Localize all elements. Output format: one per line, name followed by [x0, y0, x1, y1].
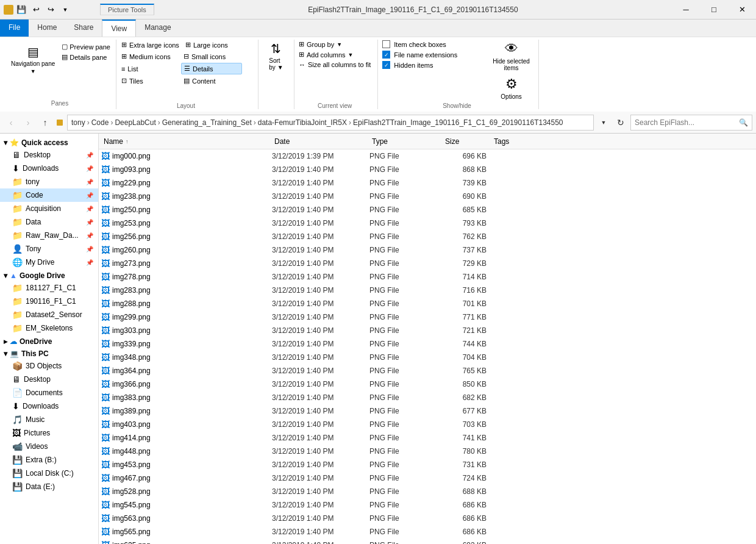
- sidebar-item-desktop-pc[interactable]: 🖥 Desktop: [0, 373, 98, 386]
- sidebar-item-rawrawda[interactable]: 📁 Raw_Raw_Da... 📌: [0, 229, 98, 242]
- sort-by-button[interactable]: ⇅ Sortby ▼: [261, 40, 291, 73]
- sidebar-item-documents[interactable]: 📄 Documents: [0, 386, 98, 399]
- table-row[interactable]: 🖼 img453.png 3/12/2019 1:40 PM PNG File …: [99, 458, 756, 471]
- breadcrumb-data[interactable]: data-FemurTibiaJoint_IR5X: [258, 118, 347, 127]
- table-row[interactable]: 🖼 img273.png 3/12/2019 1:40 PM PNG File …: [99, 257, 756, 270]
- tab-share[interactable]: Share: [65, 20, 102, 37]
- qat-save-btn[interactable]: 💾: [15, 3, 28, 16]
- large-icons-btn[interactable]: ⊞ Large icons: [183, 40, 244, 50]
- table-row[interactable]: 🖼 img565.png 3/12/2019 1:40 PM PNG File …: [99, 525, 756, 539]
- col-header-name[interactable]: Name ↑: [101, 137, 272, 146]
- table-row[interactable]: 🖼 img000.png 3/12/2019 1:39 PM PNG File …: [99, 149, 756, 163]
- breadcrumb-tony[interactable]: tony: [71, 118, 85, 127]
- table-row[interactable]: 🖼 img283.png 3/12/2019 1:40 PM PNG File …: [99, 284, 756, 297]
- breadcrumb-code[interactable]: Code: [91, 118, 109, 127]
- preview-pane-button[interactable]: ▢ Preview pane: [60, 42, 112, 51]
- item-check-boxes-toggle[interactable]: Item check boxes: [380, 40, 484, 49]
- details-btn[interactable]: ☰ Details: [181, 63, 242, 74]
- sidebar-google-drive-header[interactable]: ▾ ▲ Google Drive: [0, 269, 98, 281]
- qat-undo-btn[interactable]: ↩: [29, 3, 43, 16]
- sidebar-item-190116[interactable]: 📁 190116_F1_C1: [0, 295, 98, 308]
- sidebar-item-tony[interactable]: 📁 tony 📌: [0, 175, 98, 188]
- sidebar-item-emskeletons[interactable]: 📁 EM_Skeletons: [0, 321, 98, 335]
- table-row[interactable]: 🖼 img364.png 3/12/2019 1:40 PM PNG File …: [99, 364, 756, 378]
- sidebar-item-pictures[interactable]: 🖼 Pictures: [0, 426, 98, 440]
- small-icons-btn[interactable]: ⊟ Small icons: [181, 51, 242, 62]
- sidebar-quick-access-header[interactable]: ▾ ⭐ Quick access: [0, 136, 98, 148]
- refresh-button[interactable]: ↻: [613, 115, 628, 130]
- table-row[interactable]: 🖼 img303.png 3/12/2019 1:40 PM PNG File …: [99, 324, 756, 337]
- sidebar-item-localc[interactable]: 💾 Local Disk (C:): [0, 467, 98, 480]
- table-row[interactable]: 🖼 img625.png 3/12/2019 1:40 PM PNG File …: [99, 539, 756, 544]
- table-row[interactable]: 🖼 img339.png 3/12/2019 1:40 PM PNG File …: [99, 337, 756, 351]
- table-row[interactable]: 🖼 img238.png 3/12/2019 1:40 PM PNG File …: [99, 190, 756, 203]
- sidebar-item-mydrive[interactable]: 🌐 My Drive 📌: [0, 256, 98, 269]
- maximize-button[interactable]: □: [700, 0, 728, 20]
- breadcrumb-generating[interactable]: Generating_a_Training_Set: [162, 118, 252, 127]
- col-header-size[interactable]: Size: [443, 137, 491, 146]
- dropdown-path-button[interactable]: ▼: [596, 115, 611, 130]
- minimize-button[interactable]: ─: [672, 0, 700, 20]
- file-name-extensions-toggle[interactable]: ✓ File name extensions: [380, 50, 484, 59]
- tiles-btn[interactable]: ⊡ Tiles: [119, 76, 180, 86]
- tab-view[interactable]: View: [102, 20, 136, 37]
- hide-selected-items-button[interactable]: 👁 Hide selecteditems: [489, 40, 533, 73]
- file-name-extensions-checkbox[interactable]: ✓: [382, 51, 390, 59]
- extra-large-icons-btn[interactable]: ⊞ Extra large icons: [119, 40, 182, 50]
- sidebar-item-downloads-pc[interactable]: ⬇ Downloads: [0, 399, 98, 413]
- table-row[interactable]: 🖼 img299.png 3/12/2019 1:40 PM PNG File …: [99, 310, 756, 324]
- table-row[interactable]: 🖼 img563.png 3/12/2019 1:40 PM PNG File …: [99, 512, 756, 525]
- hidden-items-checkbox[interactable]: ✓: [382, 61, 390, 69]
- col-header-date[interactable]: Date: [272, 137, 369, 146]
- item-check-boxes-checkbox[interactable]: [382, 40, 390, 48]
- table-row[interactable]: 🖼 img448.png 3/12/2019 1:40 PM PNG File …: [99, 445, 756, 458]
- list-btn[interactable]: ≡ List: [119, 63, 180, 74]
- qat-dropdown-btn[interactable]: ▼: [59, 3, 72, 16]
- table-row[interactable]: 🖼 img383.png 3/12/2019 1:40 PM PNG File …: [99, 391, 756, 404]
- content-btn[interactable]: ▤ Content: [181, 76, 242, 86]
- hidden-items-toggle[interactable]: ✓ Hidden items: [380, 60, 484, 70]
- table-row[interactable]: 🖼 img348.png 3/12/2019 1:40 PM PNG File …: [99, 351, 756, 364]
- sidebar-item-3dobjects[interactable]: 📦 3D Objects: [0, 359, 98, 373]
- table-row[interactable]: 🖼 img545.png 3/12/2019 1:40 PM PNG File …: [99, 498, 756, 512]
- table-row[interactable]: 🖼 img467.png 3/12/2019 1:40 PM PNG File …: [99, 471, 756, 485]
- breadcrumb-epiflash[interactable]: EpiFlash2TTrain_Image_190116_F1_C1_69_20…: [353, 118, 563, 127]
- size-all-columns-button[interactable]: ↔ Size all columns to fit: [297, 60, 373, 69]
- table-row[interactable]: 🖼 img260.png 3/12/2019 1:40 PM PNG File …: [99, 243, 756, 257]
- sidebar-item-dataset2[interactable]: 📁 Dataset2_Sensor: [0, 308, 98, 321]
- table-row[interactable]: 🖼 img366.png 3/12/2019 1:40 PM PNG File …: [99, 378, 756, 391]
- sidebar-item-181127[interactable]: 📁 181127_F1_C1: [0, 281, 98, 295]
- sidebar-item-code[interactable]: 📁 Code 📌: [0, 188, 98, 202]
- sidebar-item-downloads[interactable]: ⬇ Downloads 📌: [0, 162, 98, 175]
- back-button[interactable]: ‹: [4, 115, 18, 130]
- table-row[interactable]: 🖼 img253.png 3/12/2019 1:40 PM PNG File …: [99, 217, 756, 230]
- breadcrumb-deeplabcut[interactable]: DeepLabCut: [115, 118, 155, 127]
- table-row[interactable]: 🖼 img528.png 3/12/2019 1:40 PM PNG File …: [99, 485, 756, 498]
- tab-manage[interactable]: Manage: [136, 20, 179, 37]
- search-input[interactable]: [635, 118, 736, 127]
- add-columns-button[interactable]: ⊞ Add columns ▼: [297, 50, 373, 59]
- up-button[interactable]: ↑: [38, 115, 52, 130]
- table-row[interactable]: 🖼 img389.png 3/12/2019 1:40 PM PNG File …: [99, 404, 756, 418]
- sidebar-item-data[interactable]: 📁 Data 📌: [0, 215, 98, 229]
- qat-redo-btn[interactable]: ↪: [44, 3, 57, 16]
- col-header-tags[interactable]: Tags: [491, 137, 754, 146]
- col-header-type[interactable]: Type: [369, 137, 443, 146]
- details-pane-button[interactable]: ▤ Details pane: [60, 52, 112, 62]
- table-row[interactable]: 🖼 img278.png 3/12/2019 1:40 PM PNG File …: [99, 270, 756, 284]
- sidebar-item-acquisition[interactable]: 📁 Acquisition 📌: [0, 202, 98, 215]
- sidebar-item-extrab[interactable]: 💾 Extra (B:): [0, 453, 98, 467]
- navigation-pane-button[interactable]: ▤ Navigation pane ▼: [7, 42, 59, 77]
- group-by-button[interactable]: ⊞ Group by ▼: [297, 40, 373, 49]
- tab-home[interactable]: Home: [29, 20, 65, 37]
- forward-button[interactable]: ›: [21, 115, 35, 130]
- sidebar-item-datae[interactable]: 💾 Data (E:): [0, 480, 98, 493]
- medium-icons-btn[interactable]: ⊞ Medium icons: [119, 51, 180, 62]
- close-button[interactable]: ✕: [728, 0, 756, 20]
- sidebar-thispc-header[interactable]: ▾ 💻 This PC: [0, 347, 98, 359]
- sidebar-item-desktop[interactable]: 🖥 Desktop 📌: [0, 148, 98, 162]
- table-row[interactable]: 🖼 img250.png 3/12/2019 1:40 PM PNG File …: [99, 203, 756, 217]
- recent-locations-button[interactable]: [55, 115, 65, 130]
- table-row[interactable]: 🖼 img256.png 3/12/2019 1:40 PM PNG File …: [99, 230, 756, 243]
- table-row[interactable]: 🖼 img229.png 3/12/2019 1:40 PM PNG File …: [99, 176, 756, 190]
